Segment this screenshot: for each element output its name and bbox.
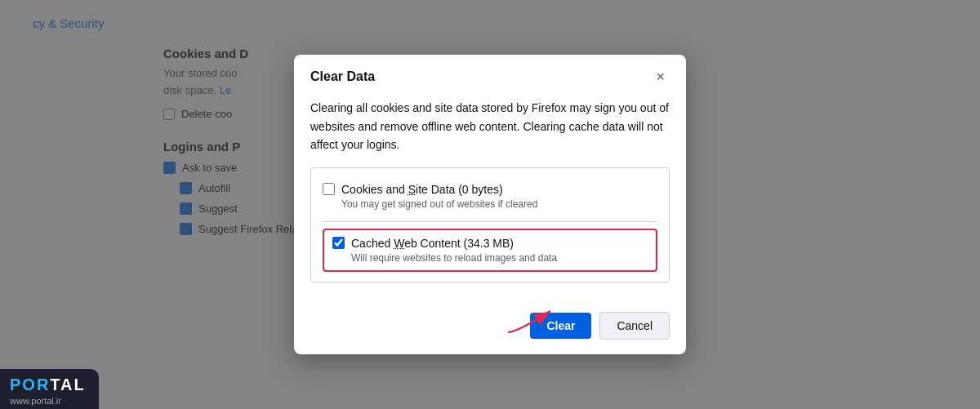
modal-overlay: Clear Data × Clearing all cookies and si… (0, 0, 980, 409)
portal-name: PORTAL (10, 376, 86, 394)
clear-button[interactable]: Clear (530, 313, 591, 339)
portal-url: www.portal.ir (10, 396, 86, 406)
cached-option-sublabel: Will require websites to reload images a… (351, 252, 648, 264)
modal-body: Clearing all cookies and site data store… (294, 96, 686, 311)
cached-option-text: Cached Web Content (34.3 MB) (351, 237, 514, 250)
cached-web-content-checkbox[interactable] (332, 237, 345, 249)
cookies-option-sublabel: You may get signed out of websites if cl… (341, 198, 657, 210)
portal-badge: PORTAL www.portal.ir (0, 369, 99, 409)
clear-data-dialog: Clear Data × Clearing all cookies and si… (294, 55, 686, 353)
modal-header: Clear Data × (294, 55, 686, 96)
options-divider (323, 221, 657, 222)
cookies-option-label[interactable]: Cookies and Site Data (0 bytes) (323, 183, 657, 196)
cached-web-content-option: Cached Web Content (34.3 MB) Will requir… (323, 229, 657, 272)
modal-close-button[interactable]: × (651, 68, 670, 86)
modal-description: Clearing all cookies and site data store… (310, 99, 670, 153)
cookies-site-data-checkbox[interactable] (323, 183, 335, 195)
modal-title: Clear Data (310, 69, 375, 84)
cached-option-label[interactable]: Cached Web Content (34.3 MB) (332, 237, 648, 250)
options-box: Cookies and Site Data (0 bytes) You may … (310, 167, 670, 282)
modal-footer: Clear Cancel (294, 312, 686, 354)
cookies-option-text: Cookies and Site Data (0 bytes) (341, 183, 503, 196)
cancel-button[interactable]: Cancel (599, 312, 670, 340)
cookies-site-data-option: Cookies and Site Data (0 bytes) You may … (323, 178, 657, 215)
